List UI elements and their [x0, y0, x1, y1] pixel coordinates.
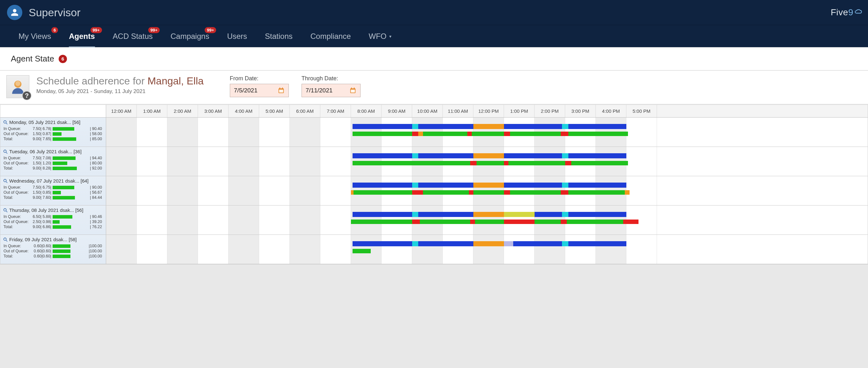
svg-point-16: [4, 208, 6, 211]
hour-header: 12:00 AM: [106, 105, 137, 117]
magnify-icon[interactable]: [3, 208, 8, 213]
brand-suffix: 9: [848, 7, 853, 18]
row-info-cell: Thursday, 08 July 2021 dsak... [56]In Qu…: [0, 205, 106, 234]
svg-rect-4: [279, 88, 280, 89]
agent-name: Mangal, Ella: [148, 75, 204, 87]
calendar-icon[interactable]: [278, 87, 285, 94]
day-label: Friday, 09 July 2021 dsak... [58]: [9, 237, 77, 242]
schedule-row: Wednesday, 07 July 2021 dsak... [64]In Q…: [0, 176, 868, 205]
svg-point-18: [4, 238, 6, 240]
nav-tab-users[interactable]: Users: [218, 25, 256, 47]
svg-point-14: [4, 179, 6, 181]
hour-header: 5:00 PM: [626, 105, 657, 117]
svg-line-13: [6, 152, 7, 154]
timeline: [106, 176, 868, 205]
row-info-cell: Tuesday, 06 July 2021 dsak... [36]In Que…: [0, 147, 106, 176]
hour-header: 10:00 AM: [412, 105, 443, 117]
through-date-field: Through Date: 7/11/2021: [302, 75, 361, 97]
hour-header: 4:00 AM: [228, 105, 259, 117]
hour-header: 7:00 AM: [320, 105, 351, 117]
nav-badge: 99+: [91, 27, 102, 33]
brand-logo: Five9: [831, 7, 861, 18]
day-label: Thursday, 08 July 2021 dsak... [56]: [9, 207, 83, 213]
svg-line-17: [6, 211, 7, 212]
adherence-panel: ? Schedule adherence for Mangal, Ella Mo…: [0, 70, 868, 104]
from-date-value: 7/5/2021: [234, 87, 257, 94]
schedule-row: Friday, 09 July 2021 dsak... [58]In Queu…: [0, 235, 868, 264]
day-label: Tuesday, 06 July 2021 dsak... [36]: [9, 149, 82, 154]
calendar-icon[interactable]: [349, 87, 356, 94]
svg-line-15: [6, 181, 7, 183]
nav-tab-label: Campaigns: [170, 32, 209, 41]
schedule-row: Monday, 05 July 2021 dsak... [56]In Queu…: [0, 118, 868, 147]
nav-tab-label: Stations: [265, 32, 292, 41]
hour-header: 6:00 AM: [290, 105, 320, 117]
svg-rect-5: [282, 88, 283, 89]
schedule-grid: 12:00 AM1:00 AM2:00 AM3:00 AM4:00 AM5:00…: [0, 104, 868, 264]
agent-avatar: ?: [6, 75, 29, 98]
from-date-field: From Date: 7/5/2021: [230, 75, 289, 97]
magnify-icon[interactable]: [3, 237, 8, 242]
magnify-icon[interactable]: [3, 120, 8, 125]
from-date-input[interactable]: 7/5/2021: [230, 84, 289, 97]
user-avatar-icon[interactable]: [7, 5, 22, 20]
row-info-cell: Monday, 05 July 2021 dsak... [56]In Queu…: [0, 118, 106, 146]
nav-badge: 99+: [148, 27, 160, 33]
hour-header: 2:00 AM: [167, 105, 198, 117]
schedule-row: Thursday, 08 July 2021 dsak... [56]In Qu…: [0, 205, 868, 235]
magnify-icon[interactable]: [3, 178, 8, 183]
nav-tab-label: Compliance: [310, 32, 351, 41]
nav-tab-label: Users: [227, 32, 247, 41]
nav-badge: 6: [51, 27, 58, 33]
date-range-text: Monday, 05 July 2021 - Sunday, 11 July 2…: [36, 88, 204, 95]
svg-point-12: [4, 150, 6, 152]
nav-tab-stations[interactable]: Stations: [256, 25, 302, 47]
hour-header: 11:00 AM: [443, 105, 473, 117]
chevron-down-icon: ▾: [389, 34, 392, 39]
nav-tab-my-views[interactable]: My Views6: [9, 25, 60, 47]
nav-tab-label: My Views: [19, 32, 51, 41]
hour-header: 1:00 AM: [137, 105, 167, 117]
through-date-value: 7/11/2021: [306, 87, 333, 94]
help-icon[interactable]: ?: [22, 91, 32, 100]
sub-title: Agent State: [11, 54, 54, 64]
panel-title-prefix: Schedule adherence for: [36, 75, 148, 87]
row-info-cell: Friday, 09 July 2021 dsak... [58]In Queu…: [0, 235, 106, 264]
day-label: Wednesday, 07 July 2021 dsak... [64]: [9, 178, 89, 183]
nav-tab-campaigns[interactable]: Campaigns99+: [162, 25, 218, 47]
svg-rect-3: [279, 90, 283, 92]
top-nav: My Views6Agents99+ACD Status99+Campaigns…: [0, 25, 868, 47]
nav-tab-label: ACD Status: [113, 32, 153, 41]
nav-tab-acd-status[interactable]: ACD Status99+: [104, 25, 162, 47]
from-date-label: From Date:: [230, 75, 289, 82]
hour-header: 12:00 PM: [473, 105, 504, 117]
app-title: Supervisor: [29, 6, 81, 19]
magnify-icon[interactable]: [3, 149, 8, 154]
nav-tab-label: Agents: [69, 32, 95, 41]
schedule-row: Tuesday, 06 July 2021 dsak... [36]In Que…: [0, 147, 868, 176]
svg-line-19: [6, 240, 7, 241]
timeline: [106, 235, 868, 264]
svg-line-11: [6, 123, 7, 124]
nav-tab-agents[interactable]: Agents99+: [60, 25, 103, 47]
nav-tab-compliance[interactable]: Compliance: [302, 25, 360, 47]
panel-title-block: Schedule adherence for Mangal, Ella Mond…: [36, 75, 204, 95]
svg-rect-8: [351, 88, 352, 89]
nav-tab-wfo[interactable]: WFO▾: [360, 25, 400, 47]
sub-count-badge: 6: [59, 55, 67, 63]
through-date-label: Through Date:: [302, 75, 361, 82]
row-info-cell: Wednesday, 07 July 2021 dsak... [64]In Q…: [0, 176, 106, 205]
through-date-input[interactable]: 7/11/2021: [302, 84, 361, 97]
hour-header: 1:00 PM: [504, 105, 534, 117]
app-header: Supervisor Five9: [0, 0, 868, 25]
grid-body: Monday, 05 July 2021 dsak... [56]In Queu…: [0, 118, 868, 264]
day-label: Monday, 05 July 2021 dsak... [56]: [9, 120, 80, 125]
timeline: [106, 205, 868, 234]
sub-header: Agent State 6: [0, 47, 868, 70]
svg-rect-7: [351, 90, 355, 92]
hour-header: 9:00 AM: [381, 105, 412, 117]
nav-badge: 99+: [205, 27, 216, 33]
hour-header: 4:00 PM: [596, 105, 626, 117]
grid-header: 12:00 AM1:00 AM2:00 AM3:00 AM4:00 AM5:00…: [0, 105, 868, 118]
grid-header-spacer: [0, 105, 106, 117]
